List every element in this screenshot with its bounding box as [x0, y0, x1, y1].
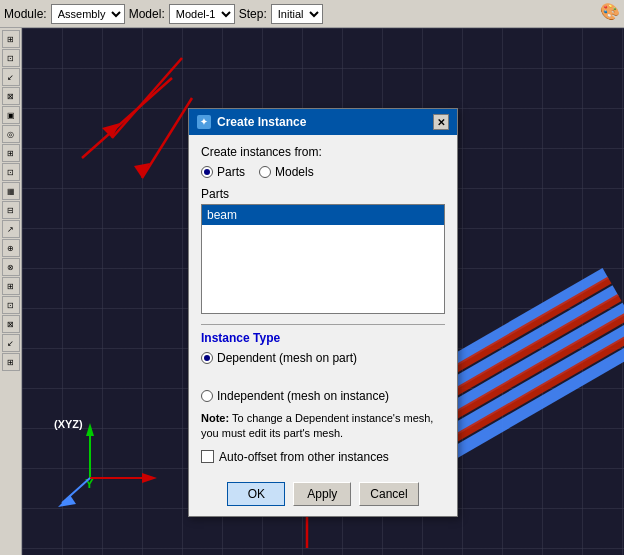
apply-button[interactable]: Apply: [293, 482, 351, 506]
checkbox-auto-offset-label: Auto-offset from other instances: [219, 450, 389, 464]
canvas-area[interactable]: (XYZ) Y ✦ Create Instance ✕: [22, 28, 624, 555]
dialog-close-button[interactable]: ✕: [433, 114, 449, 130]
main-area: ⊞ ⊡ ↙ ⊠ ▣ ◎ ⊞ ⊡ ▦ ⊟ ↗ ⊕ ⊗ ⊞ ⊡ ⊠ ↙ ⊞: [0, 28, 624, 555]
radio-parts-label: Parts: [217, 165, 245, 179]
sidebar-icon-16[interactable]: ⊠: [2, 315, 20, 333]
radio-dependent-option[interactable]: Dependent (mesh on part): [201, 351, 445, 365]
palette-icon: 🎨: [600, 2, 620, 21]
module-label: Module:: [4, 7, 47, 21]
sidebar-icon-3[interactable]: ↙: [2, 68, 20, 86]
radio-models-option[interactable]: Models: [259, 165, 314, 179]
instance-type-label: Instance Type: [201, 331, 445, 345]
sidebar-icon-12[interactable]: ⊕: [2, 239, 20, 257]
dialog-title-text: Create Instance: [217, 115, 306, 129]
radio-models-circle: [259, 166, 271, 178]
dialog-title-left: ✦ Create Instance: [197, 115, 306, 129]
sidebar-icon-18[interactable]: ⊞: [2, 353, 20, 371]
radio-parts-circle: [201, 166, 213, 178]
sidebar-icon-4[interactable]: ⊠: [2, 87, 20, 105]
sidebar-icon-1[interactable]: ⊞: [2, 30, 20, 48]
note-bold: Note:: [201, 412, 229, 424]
sidebar-icon-9[interactable]: ▦: [2, 182, 20, 200]
top-toolbar: Module: Assembly Model: Model-1 Step: In…: [0, 0, 624, 28]
radio-dependent-label: Dependent (mesh on part): [217, 351, 357, 365]
step-label: Step:: [239, 7, 267, 21]
radio-models-label: Models: [275, 165, 314, 179]
sidebar-icon-8[interactable]: ⊡: [2, 163, 20, 181]
checkbox-auto-offset[interactable]: Auto-offset from other instances: [201, 450, 445, 464]
sidebar-icon-10[interactable]: ⊟: [2, 201, 20, 219]
create-from-label: Create instances from:: [201, 145, 445, 159]
sidebar-icon-13[interactable]: ⊗: [2, 258, 20, 276]
note-section: Note: To change a Dependent instance's m…: [201, 411, 445, 442]
create-from-radio-group: Parts Models: [201, 165, 445, 179]
sidebar-icon-15[interactable]: ⊡: [2, 296, 20, 314]
model-label: Model:: [129, 7, 165, 21]
sidebar-icon-5[interactable]: ▣: [2, 106, 20, 124]
sidebar-icon-14[interactable]: ⊞: [2, 277, 20, 295]
parts-listbox[interactable]: beam: [201, 204, 445, 314]
cancel-button[interactable]: Cancel: [359, 482, 418, 506]
step-select[interactable]: Initial: [271, 4, 323, 24]
dialog-buttons: OK Apply Cancel: [189, 474, 457, 516]
dialog-body: Create instances from: Parts Models Part…: [189, 135, 457, 474]
note-text: To change a Dependent instance's mesh, y…: [201, 412, 433, 439]
left-sidebar: ⊞ ⊡ ↙ ⊠ ▣ ◎ ⊞ ⊡ ▦ ⊟ ↗ ⊕ ⊗ ⊞ ⊡ ⊠ ↙ ⊞: [0, 28, 22, 555]
create-instance-dialog: ✦ Create Instance ✕ Create instances fro…: [188, 108, 458, 517]
checkbox-auto-offset-box[interactable]: [201, 450, 214, 463]
model-select[interactable]: Model-1: [169, 4, 235, 24]
radio-independent-option[interactable]: Independent (mesh on instance): [201, 389, 445, 403]
dialog-overlay: ✦ Create Instance ✕ Create instances fro…: [22, 28, 624, 555]
parts-list-item-beam[interactable]: beam: [202, 205, 444, 225]
sidebar-icon-7[interactable]: ⊞: [2, 144, 20, 162]
dialog-titlebar: ✦ Create Instance ✕: [189, 109, 457, 135]
radio-independent-circle: [201, 390, 213, 402]
sidebar-icon-6[interactable]: ◎: [2, 125, 20, 143]
radio-dependent-circle: [201, 352, 213, 364]
dialog-title-icon: ✦: [197, 115, 211, 129]
sidebar-icon-11[interactable]: ↗: [2, 220, 20, 238]
parts-section-label: Parts: [201, 187, 445, 201]
ok-button[interactable]: OK: [227, 482, 285, 506]
sidebar-icon-17[interactable]: ↙: [2, 334, 20, 352]
radio-independent-label: Independent (mesh on instance): [217, 389, 389, 403]
sidebar-icon-2[interactable]: ⊡: [2, 49, 20, 67]
module-select[interactable]: Assembly: [51, 4, 125, 24]
radio-parts-option[interactable]: Parts: [201, 165, 245, 179]
instance-type-section: Instance Type Dependent (mesh on part) I…: [201, 324, 445, 403]
